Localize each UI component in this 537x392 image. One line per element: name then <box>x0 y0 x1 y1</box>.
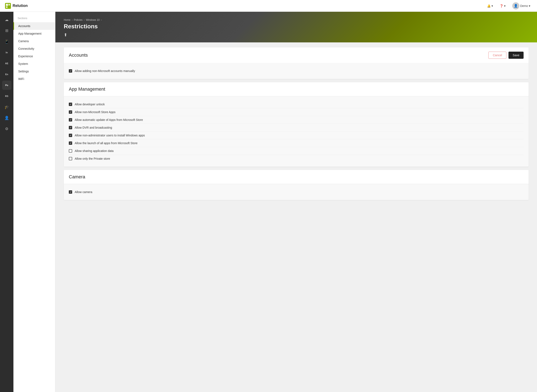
sections-label: Sections <box>14 17 55 22</box>
breadcrumb-windows10[interactable]: Windows 10 <box>86 19 99 21</box>
allow-developer-unlock-label: Allow developer unlock <box>75 103 105 106</box>
accounts-section-header: Accounts Cancel Save <box>64 47 529 63</box>
main-content: Home › Policies › Windows 10 › Restricti… <box>55 12 537 392</box>
app-name: Relution <box>13 4 28 8</box>
allow-private-store-checkbox[interactable] <box>69 157 72 160</box>
allow-auto-update-checkbox[interactable] <box>69 118 72 121</box>
sidebar-item-ae[interactable]: AE <box>2 59 11 68</box>
breadcrumb: Home › Policies › Windows 10 › <box>64 19 529 21</box>
app-management-section-header: App Management <box>64 82 529 96</box>
cancel-button[interactable]: Cancel <box>488 52 506 59</box>
accounts-checkbox-row-0: Allow adding non-Microsoft accounts manu… <box>69 67 523 75</box>
sidebar-item-grid[interactable]: ⊞ <box>2 26 11 35</box>
sidebar-item-education[interactable]: 🎓 <box>2 103 11 112</box>
mobile-icon: 📱 <box>2 37 11 46</box>
breadcrumb-home[interactable]: Home <box>64 19 70 21</box>
app-management-section-body: Allow developer unlock Allow non-Microso… <box>64 96 529 167</box>
allow-non-ms-store-checkbox[interactable] <box>69 110 72 114</box>
bell-icon: 🔔 <box>487 4 491 8</box>
breadcrumb-sep-2: › <box>84 19 84 21</box>
app-mgmt-row-6: Allow sharing application data <box>69 147 523 155</box>
app-management-section: App Management Allow developer unlock Al… <box>64 82 529 167</box>
relution-logo-icon <box>5 3 11 9</box>
svg-rect-3 <box>6 6 8 8</box>
sidebar-item-cloud[interactable]: ☁ <box>2 15 11 24</box>
allow-non-admin-install-label: Allow non-administrator users to install… <box>75 134 145 137</box>
user-menu-button[interactable]: 👤 Demo <box>511 1 532 10</box>
app-logo: Relution <box>5 3 28 9</box>
sidebar-item-po[interactable]: Po <box>2 81 11 90</box>
allow-auto-update-label: Allow automatic update of Apps from Micr… <box>75 118 143 121</box>
en-icon: En <box>2 70 11 79</box>
settings-icon: ⚙ <box>2 124 11 133</box>
upload-icon[interactable]: ⬆ <box>64 32 529 37</box>
grid-icon: ⊞ <box>2 26 11 35</box>
sidebar-item-app-management[interactable]: App Management <box>14 30 55 37</box>
sidebar-item-system[interactable]: System <box>14 60 55 68</box>
app-mgmt-row-4: Allow non-administrator users to install… <box>69 131 523 139</box>
sidebar-item-settings[interactable]: ⚙ <box>2 124 11 133</box>
breadcrumb-policies[interactable]: Policies <box>74 19 83 21</box>
allow-private-store-label: Allow only the Private store <box>75 157 110 160</box>
allow-non-admin-install-checkbox[interactable] <box>69 134 72 137</box>
app-mgmt-row-7: Allow only the Private store <box>69 155 523 163</box>
icon-sidebar: ☁ ⊞ 📱 In AE En Po RS 🎓 👤 ⚙ <box>0 12 14 392</box>
cloud-icon: ☁ <box>2 15 11 24</box>
po-icon: Po <box>2 81 11 90</box>
user-name: Demo <box>520 4 528 8</box>
sidebar-item-en[interactable]: En <box>2 70 11 79</box>
sidebar-item-settings[interactable]: Settings <box>14 68 55 75</box>
ae-icon: AE <box>2 59 11 68</box>
topnav-right: 🔔 ❓ 👤 Demo <box>485 1 532 10</box>
app-management-section-title: App Management <box>69 86 105 92</box>
sidebar-item-in[interactable]: In <box>2 48 11 57</box>
allow-launch-all-apps-checkbox[interactable] <box>69 141 72 145</box>
allow-non-microsoft-accounts-checkbox[interactable] <box>69 69 72 73</box>
topnav: Relution 🔔 ❓ 👤 Demo <box>0 0 537 12</box>
allow-camera-checkbox[interactable] <box>69 190 72 194</box>
svg-rect-1 <box>6 4 8 6</box>
rs-icon: RS <box>2 92 11 101</box>
sidebar-item-mobile[interactable]: 📱 <box>2 37 11 46</box>
camera-section: Camera Allow camera <box>64 170 529 200</box>
sidebar-item-wifi[interactable]: WiFi <box>14 75 55 83</box>
notifications-button[interactable]: 🔔 <box>485 3 495 8</box>
app-mgmt-row-3: Allow DVR and broadcasting <box>69 124 523 131</box>
camera-section-body: Allow camera <box>64 184 529 200</box>
page-title: Restrictions <box>64 23 529 30</box>
app-mgmt-row-5: Allow the launch of all apps from Micros… <box>69 139 523 147</box>
allow-dvr-checkbox[interactable] <box>69 126 72 129</box>
sections-content: Accounts Cancel Save Allow adding non-Mi… <box>55 42 537 392</box>
app-mgmt-row-0: Allow developer unlock <box>69 101 523 108</box>
allow-sharing-app-data-label: Allow sharing application data <box>75 149 113 153</box>
sidebar-item-connectivity[interactable]: Connectivity <box>14 45 55 52</box>
avatar-icon: 👤 <box>514 4 518 8</box>
save-button[interactable]: Save <box>509 52 523 59</box>
accounts-section-title: Accounts <box>69 52 88 58</box>
in-icon: In <box>2 48 11 57</box>
accounts-header-actions: Cancel Save <box>488 52 523 59</box>
chevron-down-icon <box>529 4 530 8</box>
chevron-down-icon <box>491 4 493 8</box>
question-icon: ❓ <box>500 4 503 8</box>
allow-sharing-app-data-checkbox[interactable] <box>69 149 72 153</box>
sidebar-item-accounts[interactable]: Accounts <box>14 22 55 30</box>
sidebar-item-user[interactable]: 👤 <box>2 113 11 122</box>
camera-row-0: Allow camera <box>69 188 523 196</box>
main-layout: ☁ ⊞ 📱 In AE En Po RS 🎓 👤 ⚙ <box>0 12 537 392</box>
sidebar-item-experience[interactable]: Experience <box>14 52 55 60</box>
breadcrumb-sep-1: › <box>72 19 73 21</box>
accounts-section-body: Allow adding non-Microsoft accounts manu… <box>64 63 529 79</box>
accounts-section: Accounts Cancel Save Allow adding non-Mi… <box>64 47 529 79</box>
allow-non-ms-store-label: Allow non-Microsoft Store Apps <box>75 110 116 114</box>
content-sidebar: Sections Accounts App Management Camera … <box>14 12 55 392</box>
camera-section-header: Camera <box>64 170 529 184</box>
sidebar-item-rs[interactable]: RS <box>2 92 11 101</box>
allow-non-microsoft-accounts-label: Allow adding non-Microsoft accounts manu… <box>75 69 135 73</box>
app-mgmt-row-2: Allow automatic update of Apps from Micr… <box>69 116 523 124</box>
sidebar-item-camera[interactable]: Camera <box>14 37 55 45</box>
help-button[interactable]: ❓ <box>498 3 507 8</box>
allow-developer-unlock-checkbox[interactable] <box>69 103 72 106</box>
user-icon: 👤 <box>2 113 11 122</box>
chevron-down-icon <box>504 4 505 8</box>
